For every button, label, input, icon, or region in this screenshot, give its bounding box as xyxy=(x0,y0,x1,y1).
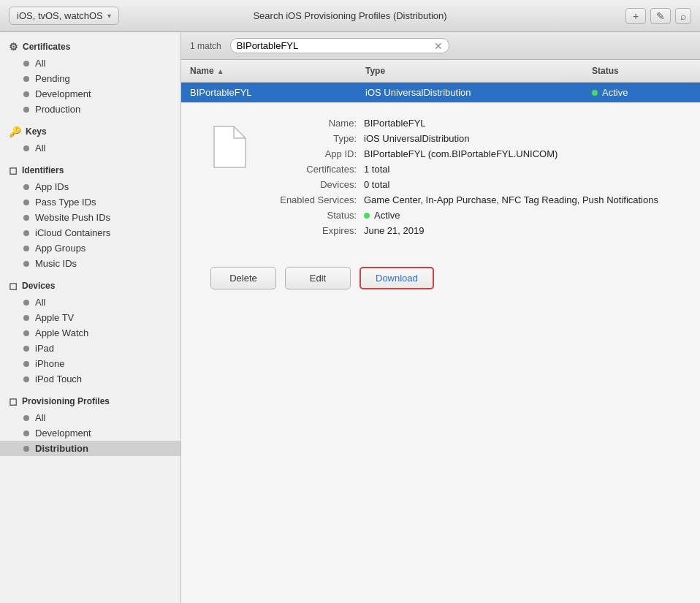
detail-value-type: iOS UniversalDistribution xyxy=(364,133,470,144)
dot-icon xyxy=(23,346,29,352)
table-row[interactable]: BIPortableFYL iOS UniversalDistribution … xyxy=(181,83,700,103)
sidebar-item-certificates-production[interactable]: Production xyxy=(0,102,180,117)
sidebar-item-app-ids[interactable]: App IDs xyxy=(0,179,180,194)
dot-icon xyxy=(23,145,29,151)
sidebar-item-provisioning-development[interactable]: Development xyxy=(0,425,180,441)
dot-icon xyxy=(23,376,29,382)
sidebar-item-ipod-touch[interactable]: iPod Touch xyxy=(0,371,180,387)
sidebar-item-certificates-development[interactable]: Development xyxy=(0,86,180,102)
th-name[interactable]: Name ▲ xyxy=(181,63,357,79)
active-dot-icon xyxy=(364,213,370,219)
sidebar-item-icloud-containers[interactable]: iCloud Containers xyxy=(0,225,180,240)
sidebar: ⚙ Certificates All Pending Development P… xyxy=(0,32,181,603)
dot-icon xyxy=(23,184,29,190)
sidebar-section-keys: 🔑 Keys xyxy=(0,123,180,140)
dot-icon xyxy=(23,415,29,421)
delete-button[interactable]: Delete xyxy=(210,267,276,289)
sidebar-item-label: iPhone xyxy=(35,358,64,369)
action-buttons: Delete Edit Download xyxy=(181,255,700,301)
sidebar-item-label: iCloud Containers xyxy=(35,227,110,238)
sidebar-item-website-push-ids[interactable]: Website Push IDs xyxy=(0,210,180,225)
sidebar-item-keys-all[interactable]: All xyxy=(0,140,180,156)
th-status[interactable]: Status xyxy=(583,63,700,79)
sidebar-item-app-groups[interactable]: App Groups xyxy=(0,240,180,256)
sidebar-item-certificates-all[interactable]: All xyxy=(0,56,180,71)
sidebar-section-identifiers: ◻ Identifiers xyxy=(0,162,180,179)
th-type-label: Type xyxy=(365,66,385,76)
sidebar-item-label: Music IDs xyxy=(35,258,77,269)
search-clear-button[interactable]: ✕ xyxy=(434,41,443,51)
sidebar-item-pass-type-ids[interactable]: Pass Type IDs xyxy=(0,194,180,210)
td-status: Active xyxy=(583,83,700,102)
detail-value-status: Active xyxy=(364,210,400,221)
sidebar-section-devices: ◻ Devices xyxy=(0,277,180,295)
detail-row-name: Name: BIPortableFYL xyxy=(269,118,671,129)
content-area: 1 match ✕ Name ▲ Type Status BIPortableF… xyxy=(181,32,700,603)
detail-fields: Name: BIPortableFYL Type: iOS UniversalD… xyxy=(269,118,671,240)
sidebar-item-apple-tv[interactable]: Apple TV xyxy=(0,310,180,325)
download-button[interactable]: Download xyxy=(359,267,434,289)
sidebar-item-label: iPad xyxy=(35,343,54,354)
detail-row-expires: Expires: June 21, 2019 xyxy=(269,225,671,236)
dot-icon xyxy=(23,361,29,367)
identifiers-icon: ◻ xyxy=(9,164,18,176)
sidebar-item-label: Website Push IDs xyxy=(35,212,110,223)
dot-icon xyxy=(23,246,29,251)
detail-row-appid: App ID: BIPortableFYL (com.BIPortableFYL… xyxy=(269,148,671,159)
sidebar-item-label: Distribution xyxy=(35,443,88,454)
sidebar-section-certificates-label: Certificates xyxy=(23,42,70,52)
add-button[interactable]: + xyxy=(625,8,646,24)
sidebar-item-label: Pass Type IDs xyxy=(35,197,96,208)
dot-icon xyxy=(23,261,29,267)
platform-label: iOS, tvOS, watchOS xyxy=(17,10,103,21)
sidebar-item-label: App Groups xyxy=(35,243,85,254)
sidebar-item-label: Apple Watch xyxy=(35,327,88,338)
search-bar: 1 match ✕ xyxy=(181,32,700,60)
dot-icon xyxy=(23,91,29,97)
key-icon: 🔑 xyxy=(9,126,21,137)
platform-dropdown[interactable]: iOS, tvOS, watchOS ▾ xyxy=(9,7,119,25)
sidebar-item-certificates-pending[interactable]: Pending xyxy=(0,71,180,86)
search-input[interactable] xyxy=(237,40,434,51)
td-name: BIPortableFYL xyxy=(181,83,357,102)
sidebar-item-ipad[interactable]: iPad xyxy=(0,341,180,356)
sidebar-section-provisioning: ◻ Provisioning Profiles xyxy=(0,392,180,410)
detail-label-expires: Expires: xyxy=(269,225,364,236)
sidebar-item-apple-watch[interactable]: Apple Watch xyxy=(0,325,180,341)
detail-value-enabled-services: Game Center, In-App Purchase, NFC Tag Re… xyxy=(364,194,658,205)
dot-icon xyxy=(23,200,29,205)
sidebar-section-identifiers-label: Identifiers xyxy=(22,165,64,175)
detail-panel: Name: BIPortableFYL Type: iOS UniversalD… xyxy=(181,103,700,255)
dot-icon xyxy=(23,315,29,321)
sidebar-item-provisioning-all[interactable]: All xyxy=(0,410,180,425)
dot-icon xyxy=(23,61,29,67)
edit-button[interactable]: Edit xyxy=(285,267,351,289)
sidebar-item-label: All xyxy=(35,412,45,423)
dot-icon xyxy=(23,215,29,221)
sidebar-section-devices-label: Devices xyxy=(22,281,55,291)
sidebar-item-provisioning-distribution[interactable]: Distribution xyxy=(0,441,180,456)
sidebar-item-devices-all[interactable]: All xyxy=(0,295,180,310)
detail-row-type: Type: iOS UniversalDistribution xyxy=(269,133,671,144)
sidebar-item-iphone[interactable]: iPhone xyxy=(0,356,180,371)
detail-label-status: Status: xyxy=(269,210,364,221)
window-title: Search iOS Provisioning Profiles (Distri… xyxy=(253,10,446,21)
dot-icon xyxy=(23,107,29,113)
detail-label-type: Type: xyxy=(269,133,364,144)
detail-value-expires: June 21, 2019 xyxy=(364,225,424,236)
sidebar-item-label: Pending xyxy=(35,73,70,84)
sidebar-item-label: Production xyxy=(35,104,80,115)
search-button[interactable]: ⌕ xyxy=(675,8,691,24)
sidebar-item-music-ids[interactable]: Music IDs xyxy=(0,256,180,271)
detail-value-devices: 0 total xyxy=(364,179,389,190)
edit-button[interactable]: ✎ xyxy=(650,8,671,24)
sidebar-item-label: iPod Touch xyxy=(35,373,82,384)
dot-icon xyxy=(23,300,29,306)
sidebar-item-label: All xyxy=(35,143,45,153)
sidebar-section-provisioning-label: Provisioning Profiles xyxy=(22,396,110,406)
detail-label-name: Name: xyxy=(269,118,364,129)
main-layout: ⚙ Certificates All Pending Development P… xyxy=(0,32,700,603)
detail-row-certificates: Certificates: 1 total xyxy=(269,164,671,175)
th-type[interactable]: Type xyxy=(357,63,583,79)
sidebar-item-label: Development xyxy=(35,428,91,439)
